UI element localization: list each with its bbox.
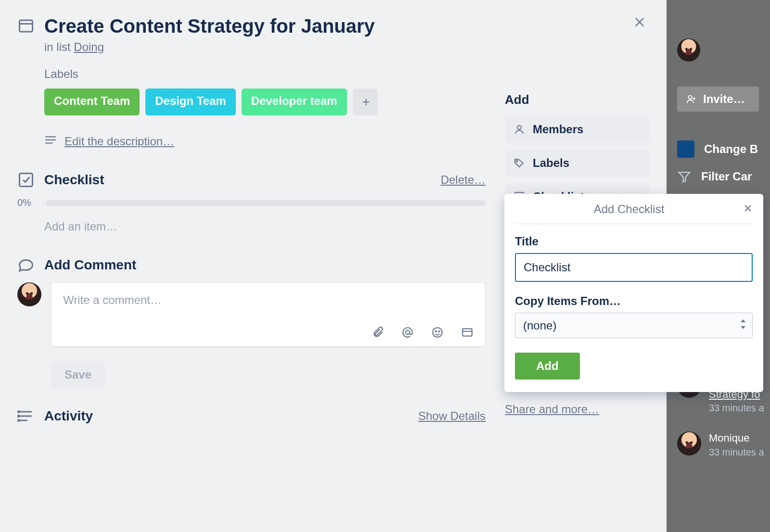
checklist-title-input[interactable] bbox=[515, 253, 753, 282]
popup-copy-label: Copy Items From… bbox=[515, 294, 753, 308]
add-label-button[interactable]: + bbox=[353, 89, 378, 115]
activity-icon bbox=[17, 407, 35, 425]
edit-description-link[interactable]: Edit the description… bbox=[64, 135, 174, 148]
labels-icon bbox=[513, 157, 525, 169]
card-list-location: in list Doing bbox=[44, 40, 649, 54]
show-details-link[interactable]: Show Details bbox=[418, 409, 486, 423]
svg-point-4 bbox=[433, 328, 442, 337]
progress-percent: 0% bbox=[17, 197, 37, 208]
save-comment-button[interactable]: Save bbox=[51, 361, 105, 388]
add-checklist-popup: Add Checklist Title Copy Items From… (no… bbox=[504, 194, 763, 392]
mention-icon[interactable] bbox=[401, 326, 414, 341]
svg-point-0 bbox=[689, 96, 692, 99]
card-picker-icon[interactable] bbox=[461, 326, 474, 341]
svg-point-5 bbox=[436, 331, 436, 332]
list-link[interactable]: Doing bbox=[74, 40, 104, 53]
progress-bar bbox=[46, 200, 486, 206]
attachment-icon[interactable] bbox=[372, 326, 384, 341]
comment-input[interactable]: Write a comment… bbox=[51, 282, 486, 347]
popup-close-button[interactable] bbox=[743, 203, 753, 216]
close-modal-button[interactable] bbox=[629, 12, 650, 33]
svg-point-8 bbox=[18, 411, 20, 413]
svg-point-10 bbox=[18, 420, 20, 421]
activity-heading: Activity bbox=[44, 408, 409, 424]
card-icon bbox=[17, 17, 35, 35]
filter-cards-row[interactable]: Filter Car bbox=[677, 169, 770, 184]
svg-point-12 bbox=[516, 161, 518, 162]
copy-items-from-select[interactable]: (none) bbox=[515, 313, 753, 338]
delete-checklist-link[interactable]: Delete… bbox=[441, 173, 486, 187]
svg-point-11 bbox=[517, 126, 521, 129]
description-icon bbox=[44, 136, 57, 147]
add-checklist-item[interactable]: Add an item… bbox=[44, 220, 486, 233]
add-comment-heading: Add Comment bbox=[44, 257, 486, 273]
activity-avatar bbox=[677, 431, 701, 456]
svg-rect-1 bbox=[20, 20, 33, 32]
comment-placeholder: Write a comment… bbox=[63, 293, 474, 307]
members-icon bbox=[513, 124, 525, 135]
checklist-icon bbox=[17, 171, 35, 189]
add-members-button[interactable]: Members bbox=[505, 116, 649, 143]
add-section-heading: Add bbox=[505, 92, 649, 107]
share-more-link[interactable]: Share and more… bbox=[505, 403, 599, 416]
labels-row: Content Team Design Team Developer team … bbox=[44, 89, 486, 115]
current-user-avatar[interactable] bbox=[17, 282, 41, 306]
popup-title: Add Checklist bbox=[515, 203, 743, 216]
background-color-swatch bbox=[677, 140, 694, 158]
activity-item: Monique 33 minutes a bbox=[677, 431, 770, 459]
label-design-team[interactable]: Design Team bbox=[145, 89, 236, 115]
svg-point-9 bbox=[18, 416, 20, 417]
label-developer-team[interactable]: Developer team bbox=[242, 89, 347, 115]
invite-label: Invite… bbox=[703, 92, 745, 106]
svg-rect-2 bbox=[20, 174, 33, 187]
popup-add-button[interactable]: Add bbox=[515, 353, 580, 380]
change-background-row[interactable]: Change B bbox=[677, 140, 770, 158]
svg-rect-7 bbox=[462, 329, 472, 336]
checklist-progress: 0% bbox=[17, 197, 486, 208]
labels-heading: Labels bbox=[44, 67, 486, 81]
add-labels-button[interactable]: Labels bbox=[505, 150, 649, 177]
label-content-team[interactable]: Content Team bbox=[44, 89, 140, 115]
card-title[interactable]: Create Content Strategy for January bbox=[44, 14, 375, 38]
emoji-icon[interactable] bbox=[431, 326, 444, 341]
svg-point-6 bbox=[438, 331, 439, 332]
member-avatar[interactable] bbox=[677, 38, 700, 62]
popup-title-label: Title bbox=[515, 235, 753, 248]
invite-button[interactable]: Invite… bbox=[677, 87, 759, 112]
svg-point-3 bbox=[406, 330, 410, 335]
checklist-heading: Checklist bbox=[44, 172, 431, 188]
comment-icon bbox=[17, 256, 35, 274]
